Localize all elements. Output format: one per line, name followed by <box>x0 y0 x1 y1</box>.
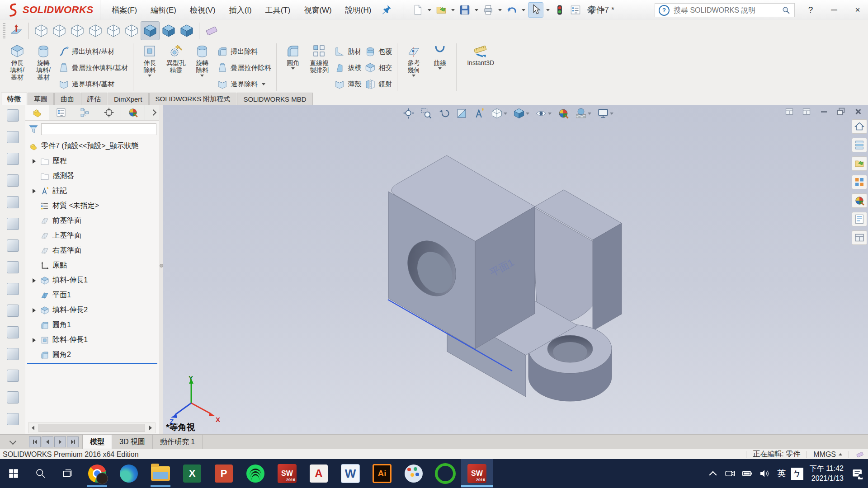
powerpoint-icon[interactable]: P <box>208 459 240 488</box>
new-dropdown-icon[interactable] <box>428 9 431 11</box>
filter-input[interactable] <box>41 123 156 135</box>
tab-features[interactable]: 特徵 <box>1 93 27 105</box>
extruded-boss-button[interactable]: 伸長 填料/ 基材 <box>4 42 30 81</box>
view-settings-button[interactable] <box>596 107 614 120</box>
eraser-tool-icon[interactable] <box>203 22 221 40</box>
view-back-button[interactable] <box>50 22 68 40</box>
displaymanager-tab[interactable] <box>121 105 145 120</box>
new-window-icon[interactable] <box>784 107 795 117</box>
tree-item-sensors[interactable]: 感測器 <box>25 169 159 183</box>
tab-surfaces[interactable]: 曲面 <box>54 93 80 105</box>
expand-arrow-icon[interactable] <box>31 308 37 313</box>
menu-file[interactable]: 檔案(F) <box>107 2 143 18</box>
solidworks-active-icon[interactable]: SW2016 <box>461 459 493 488</box>
dimxpertmanager-tab[interactable] <box>97 105 121 120</box>
open-dropdown-icon[interactable] <box>451 9 455 11</box>
next-tab-button[interactable] <box>54 436 66 447</box>
close-button[interactable]: × <box>847 0 868 20</box>
camera-icon[interactable] <box>722 465 738 483</box>
doc-minimize-icon[interactable] <box>818 107 829 117</box>
menu-help[interactable]: 說明(H) <box>340 2 377 18</box>
boundary-cut-dropdown-icon[interactable] <box>262 83 265 85</box>
featuremanager-tab[interactable] <box>25 105 49 120</box>
zoom-to-area-button[interactable] <box>420 107 433 120</box>
toolbar-icon[interactable] <box>7 370 19 382</box>
spotify-icon[interactable] <box>240 459 271 488</box>
filter-funnel-icon[interactable] <box>28 124 39 135</box>
view-isometric-button[interactable] <box>141 21 160 40</box>
tree-item-material[interactable]: 材質 <未指定> <box>25 198 159 213</box>
recorder-icon[interactable] <box>429 459 461 488</box>
tree-item-top-plane[interactable]: 上基準面 <box>25 228 159 243</box>
tree-item-fillet2[interactable]: 圓角2 <box>25 347 159 362</box>
linear-pattern-button[interactable]: 直線複 製排列 <box>306 42 332 74</box>
tab-sketch[interactable]: 草圖 <box>28 93 54 105</box>
unit-system-selector[interactable]: MMGS <box>813 450 842 459</box>
previous-view-button[interactable] <box>437 107 451 120</box>
toolbar-icon[interactable] <box>7 109 19 122</box>
tree-item-boss-extrude2[interactable]: 填料-伸長2 <box>25 303 159 318</box>
toolbar-icon[interactable] <box>7 153 19 165</box>
toolbar-icon[interactable] <box>7 261 19 273</box>
draft-button[interactable]: 拔模 <box>332 60 363 76</box>
graphics-viewport[interactable]: 平面1 <box>163 105 868 434</box>
lofted-cut-button[interactable]: 疊層拉伸除料 <box>215 60 273 76</box>
expand-arrow-icon[interactable] <box>31 338 37 343</box>
tree-horizontal-scrollbar[interactable] <box>28 422 156 433</box>
tray-expand-icon[interactable] <box>705 465 721 483</box>
display-style-button[interactable] <box>512 107 530 120</box>
dropdown-icon[interactable] <box>548 113 552 115</box>
view-top-button[interactable] <box>104 22 123 40</box>
select-dropdown-icon[interactable] <box>546 9 550 11</box>
revolved-cut-dropdown-icon[interactable] <box>200 75 204 77</box>
tree-root[interactable]: 零件7 (預設<<預設>_顯示狀態 <box>25 139 159 154</box>
taskbar-search-button[interactable] <box>27 459 54 488</box>
view-orientation-button[interactable] <box>490 107 508 120</box>
toolbar-icon[interactable] <box>7 326 19 338</box>
taskbar-clock[interactable]: 下午 11:42 2021/1/13 <box>810 464 844 483</box>
model-tab[interactable]: 模型 <box>82 435 112 449</box>
configurationmanager-tab[interactable] <box>73 105 97 120</box>
undo-button[interactable] <box>505 3 519 17</box>
appearances-icon[interactable] <box>852 193 867 208</box>
instant3d-button[interactable]: Instant3D <box>460 42 501 66</box>
ime-mode-indicator[interactable]: ㄅ <box>791 468 803 480</box>
toolbar-icon[interactable] <box>7 283 19 295</box>
revolved-cut-button[interactable]: 旋轉 除料 <box>189 42 215 77</box>
task-view-button[interactable] <box>54 459 81 488</box>
intersect-button[interactable]: 相交 <box>363 60 394 76</box>
tree-item-annotations[interactable]: 註記 <box>25 183 159 198</box>
reference-geometry-button[interactable]: 參考 幾何 <box>401 42 427 77</box>
tab-evaluate[interactable]: 評估 <box>81 93 107 105</box>
view-right-button[interactable] <box>86 22 104 40</box>
save-dropdown-icon[interactable] <box>475 9 478 11</box>
view-front-button[interactable] <box>32 22 50 40</box>
view-left-button[interactable] <box>68 22 86 40</box>
print-button[interactable] <box>481 3 495 17</box>
search-box[interactable]: ? <box>655 3 795 17</box>
toolbar-icon[interactable] <box>7 218 19 230</box>
tree-item-fillet1[interactable]: 圓角1 <box>25 318 159 333</box>
tab-dimxpert[interactable]: DimXpert <box>108 93 149 105</box>
tree-item-cut-extrude1[interactable]: 除料-伸長1 <box>25 333 159 347</box>
propertymanager-tab[interactable] <box>49 105 73 120</box>
menu-window[interactable]: 視窗(W) <box>298 2 337 18</box>
undo-dropdown-icon[interactable] <box>522 9 525 11</box>
chrome-icon[interactable] <box>81 459 113 488</box>
expand-arrow-icon[interactable] <box>31 278 37 283</box>
toolbar-icon[interactable] <box>7 131 19 143</box>
cut-dropdown-icon[interactable] <box>148 75 151 77</box>
design-library-icon[interactable] <box>852 138 867 152</box>
save-button[interactable] <box>458 3 472 17</box>
tree-item-right-plane[interactable]: 右基準面 <box>25 243 159 258</box>
file-explorer-icon[interactable] <box>852 156 867 171</box>
toolbar-icon[interactable] <box>7 305 19 317</box>
tree-item-history[interactable]: 歷程 <box>25 154 159 169</box>
tree-item-origin[interactable]: 原點 <box>25 258 159 273</box>
dropdown-icon[interactable] <box>526 113 529 115</box>
menu-insert[interactable]: 插入(I) <box>224 2 257 18</box>
battery-icon[interactable] <box>740 465 755 483</box>
tree-item-front-plane[interactable]: 前基準面 <box>25 213 159 228</box>
scroll-left-icon[interactable] <box>28 423 38 433</box>
wrap-button[interactable]: 包覆 <box>363 43 394 60</box>
